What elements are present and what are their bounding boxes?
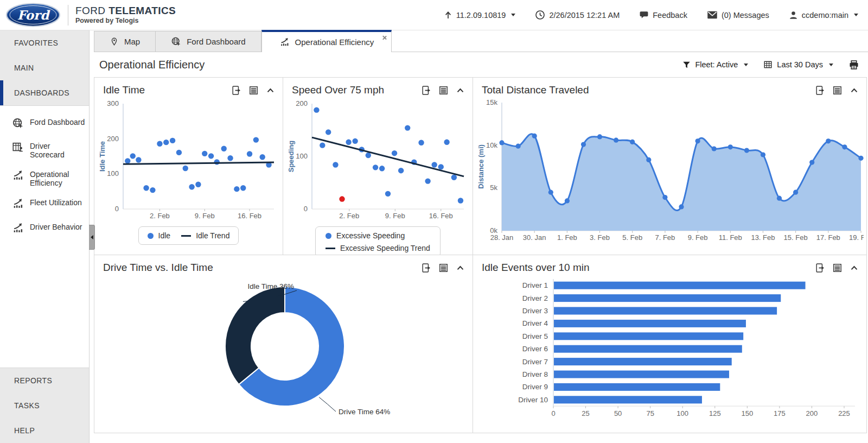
- sidebar-item-dashboards[interactable]: DASHBOARDS: [0, 80, 89, 105]
- idle-time-chart[interactable]: 01002003002. Feb9. Feb16. FebIdle Time: [94, 97, 283, 225]
- distance-chart[interactable]: 0k5k10k15k28. Jan30. Jan1. Feb3. Feb5. F…: [473, 97, 866, 247]
- clock-icon: [535, 10, 545, 20]
- chart-arrow-icon: [12, 198, 24, 211]
- messages-button[interactable]: (0) Messages: [707, 10, 769, 20]
- speeding-chart[interactable]: 01002002. Feb9. Feb16. FebSpeeding: [283, 97, 473, 225]
- dashboard-item-label: Driver Scorecard: [30, 142, 86, 159]
- svg-text:100: 100: [107, 169, 119, 178]
- data-table-icon[interactable]: [832, 85, 843, 96]
- legend-item-idle-trend[interactable]: Idle Trend: [181, 231, 229, 240]
- tab-ford-dashboard[interactable]: Ford Dashboard: [156, 31, 261, 52]
- chevron-down-icon: [511, 14, 515, 16]
- legend-item-excessive-speeding-trend[interactable]: Excessive Speeding Trend: [326, 244, 430, 252]
- sidebar-item-main[interactable]: MAIN: [0, 55, 89, 80]
- sidebar-item-tasks[interactable]: TASKS: [0, 393, 89, 418]
- svg-text:0: 0: [115, 205, 119, 213]
- sidebar-item-help[interactable]: HELP: [0, 418, 89, 443]
- svg-text:9. Feb: 9. Feb: [688, 233, 708, 242]
- svg-text:2. Feb: 2. Feb: [150, 212, 170, 220]
- print-button[interactable]: [848, 60, 859, 70]
- tab-operational-efficiency[interactable]: Operational Efficiency: [261, 30, 392, 52]
- sidebar-collapse-handle[interactable]: [89, 225, 95, 250]
- sidebar-item-driver-behavior[interactable]: Driver Behavior: [0, 217, 89, 241]
- fleet-filter-label: Fleet: Active: [695, 60, 738, 69]
- svg-text:9. Feb: 9. Feb: [195, 212, 215, 220]
- data-table-icon[interactable]: [438, 263, 449, 273]
- tab-bar: Map Ford Dashboard Operational Efficienc…: [94, 30, 868, 52]
- drive-vs-idle-donut-chart[interactable]: Drive Time 64%Idle Time 36%: [94, 275, 473, 427]
- collapse-chevron-icon[interactable]: [456, 264, 465, 272]
- sidebar-item-fleet-utilization[interactable]: Fleet Utilization: [0, 193, 89, 217]
- collapse-chevron-icon[interactable]: [456, 86, 465, 94]
- svg-text:225: 225: [838, 409, 850, 417]
- user-menu[interactable]: ccdemo:main: [789, 10, 858, 20]
- legend-item-idle[interactable]: Idle: [148, 231, 171, 240]
- datetime-display: 2/26/2015 12:21 AM: [535, 10, 620, 20]
- panel-idle-events: Idle Events over 10 min Driver 1Driver 2…: [473, 255, 866, 433]
- chart-arrow-icon: [12, 223, 24, 236]
- export-icon[interactable]: [421, 263, 431, 273]
- feedback-button[interactable]: Feedback: [639, 10, 687, 20]
- svg-text:16. Feb: 16. Feb: [238, 212, 261, 220]
- collapse-chevron-icon[interactable]: [850, 86, 859, 94]
- export-icon[interactable]: [421, 85, 431, 96]
- svg-text:5. Feb: 5. Feb: [622, 233, 642, 242]
- svg-text:Distance (mi): Distance (mi): [477, 144, 485, 189]
- svg-text:100: 100: [296, 152, 308, 160]
- data-table-icon[interactable]: [248, 85, 259, 96]
- panel-idle-time: Idle Time 01002003002. Feb9. Feb16. FebI…: [94, 78, 283, 255]
- dashboard-item-label: Ford Dashboard: [30, 118, 85, 126]
- chevron-down-icon: [829, 64, 833, 66]
- filter-funnel-icon: [682, 61, 691, 69]
- user-label: ccdemo:main: [802, 11, 848, 20]
- tab-label: Map: [124, 37, 140, 46]
- collapse-chevron-icon[interactable]: [266, 86, 275, 94]
- panel-actions: [815, 85, 859, 96]
- svg-text:Driver 6: Driver 6: [522, 345, 548, 353]
- panel-actions: [421, 85, 465, 96]
- export-icon[interactable]: [231, 85, 241, 96]
- svg-text:19. Feb: 19. Feb: [849, 233, 864, 242]
- tab-map[interactable]: Map: [94, 31, 156, 52]
- sidebar-item-operational-efficiency[interactable]: Operational Efficiency: [0, 164, 89, 193]
- collapse-chevron-icon[interactable]: [850, 264, 859, 272]
- svg-text:175: 175: [774, 409, 786, 417]
- legend-dot-marker: [148, 233, 154, 239]
- idle-events-bar-chart[interactable]: Driver 1Driver 2Driver 3Driver 4Driver 5…: [473, 275, 866, 425]
- tab-label: Ford Dashboard: [187, 37, 245, 46]
- globe-icon: [171, 36, 181, 47]
- sidebar-item-favorites[interactable]: FAVORITES: [0, 30, 89, 55]
- sidebar-item-driver-scorecard[interactable]: Driver Scorecard: [0, 136, 89, 164]
- svg-text:Idle Time 36%: Idle Time 36%: [247, 282, 294, 290]
- svg-text:16. Feb: 16. Feb: [429, 212, 453, 220]
- svg-text:0: 0: [551, 409, 555, 417]
- export-icon[interactable]: [815, 85, 825, 96]
- svg-text:Driver 2: Driver 2: [522, 294, 548, 302]
- fleet-filter-dropdown[interactable]: Fleet: Active: [682, 60, 748, 69]
- sidebar-item-reports[interactable]: REPORTS: [0, 368, 89, 393]
- brand-title-main: FORD: [75, 5, 105, 16]
- version-menu[interactable]: 11.2.09.10819: [444, 10, 516, 20]
- data-table-icon[interactable]: [438, 85, 449, 96]
- legend-line-marker: [181, 235, 191, 237]
- panel-total-distance: Total Distance Traveled 0k5k10k15k28. Ja…: [473, 78, 866, 255]
- main-content: Map Ford Dashboard Operational Efficienc…: [90, 30, 868, 443]
- globe-icon: [12, 118, 24, 131]
- ford-logo-icon: Ford: [5, 3, 61, 27]
- legend-item-excessive-speeding[interactable]: Excessive Speeding: [326, 231, 405, 240]
- svg-text:10k: 10k: [486, 141, 497, 149]
- data-table-icon[interactable]: [832, 263, 843, 273]
- svg-text:11. Feb: 11. Feb: [719, 233, 742, 242]
- feedback-label: Feedback: [653, 11, 687, 20]
- svg-text:30. Jan: 30. Jan: [523, 233, 546, 242]
- svg-text:Idle Time: Idle Time: [98, 141, 106, 172]
- export-icon[interactable]: [815, 263, 825, 273]
- svg-text:3. Feb: 3. Feb: [590, 233, 610, 242]
- svg-text:Driver 7: Driver 7: [522, 358, 548, 366]
- svg-text:1. Feb: 1. Feb: [557, 233, 577, 242]
- date-range-dropdown[interactable]: Last 30 Days: [763, 60, 833, 69]
- chart-legend: Idle Idle Trend: [138, 226, 239, 245]
- sidebar-item-ford-dashboard[interactable]: Ford Dashboard: [0, 112, 89, 136]
- chart-arrow-icon: [279, 37, 290, 47]
- close-icon[interactable]: [381, 35, 387, 41]
